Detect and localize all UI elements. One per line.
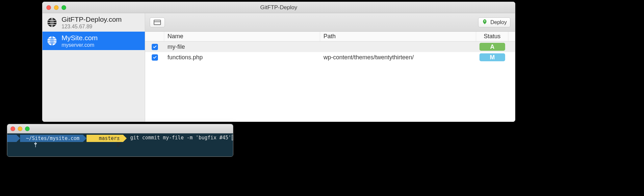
window-body: GitFTP-Deploy.com 123.45.67.89 MySite.co…: [42, 13, 515, 122]
cell-name: functions.php: [164, 52, 320, 63]
minimize-icon[interactable]: [54, 5, 59, 10]
view-mode-button[interactable]: [150, 17, 165, 27]
deploy-button[interactable]: Deploy: [478, 17, 510, 27]
titlebar[interactable]: GitFTP-Deploy: [42, 2, 515, 13]
rocket-icon: [482, 19, 488, 26]
status-badge: A: [479, 43, 505, 51]
prompt-cwd-segment: ~/Sites/mysite.com: [20, 135, 83, 142]
traffic-lights: [11, 126, 30, 131]
col-check[interactable]: [145, 32, 164, 41]
svg-point-5: [119, 143, 120, 144]
terminal-body[interactable]: ~/Sites/mysite.com master± git commit my…: [7, 133, 233, 156]
deploy-button-label: Deploy: [490, 19, 507, 25]
cursor-icon: [232, 135, 233, 140]
svg-point-4: [117, 146, 118, 147]
zoom-icon[interactable]: [25, 126, 30, 131]
terminal-window: ~/Sites/mysite.com master± git commit my…: [7, 124, 233, 157]
status-badge: M: [479, 53, 505, 61]
sidebar-item-gitftp[interactable]: GitFTP-Deploy.com 123.45.67.89: [42, 13, 145, 32]
globe-icon: [46, 35, 58, 46]
cross-icon: [10, 136, 14, 141]
globe-icon: [46, 17, 58, 28]
sidebar-item-subtitle: myserver.com: [62, 42, 98, 48]
svg-point-2: [484, 20, 485, 21]
prompt-cwd: ~/Sites/mysite.com: [26, 135, 80, 141]
col-path[interactable]: Path: [320, 32, 476, 41]
window-icon: [154, 20, 161, 25]
main-panel: Deploy Name Path Status: [145, 13, 515, 122]
terminal-command: git commit my-file -m 'bugfix #45': [130, 135, 231, 141]
zoom-icon[interactable]: [62, 5, 66, 10]
prompt-host-segment: [7, 135, 16, 142]
sidebar-item-label: MySite.com: [62, 34, 98, 42]
terminal-titlebar[interactable]: [7, 124, 233, 133]
row-checkbox[interactable]: [152, 44, 158, 50]
col-status[interactable]: Status: [476, 32, 508, 41]
app-window: GitFTP-Deploy GitFTP-Deploy.com 123.45.6…: [42, 2, 515, 122]
file-table: Name Path Status my-file A: [145, 32, 515, 122]
col-spacer: [508, 32, 515, 41]
col-name[interactable]: Name: [164, 32, 320, 41]
traffic-lights: [46, 5, 66, 10]
sidebar: GitFTP-Deploy.com 123.45.67.89 MySite.co…: [42, 13, 145, 122]
row-checkbox[interactable]: [152, 54, 158, 61]
prompt-branch: master±: [99, 135, 120, 141]
sidebar-item-mysite[interactable]: MySite.com myserver.com: [42, 32, 145, 50]
toolbar: Deploy: [145, 13, 515, 32]
sidebar-item-subtitle: 123.45.67.89: [62, 24, 122, 30]
sidebar-item-label: GitFTP-Deploy.com: [62, 15, 122, 23]
svg-point-3: [117, 142, 118, 144]
cell-path: wp-content/themes/twentythirteen/: [320, 52, 476, 63]
prompt-branch-segment: master±: [87, 135, 123, 142]
table-row[interactable]: functions.php wp-content/themes/twentyth…: [145, 52, 515, 63]
cell-name: my-file: [164, 42, 320, 52]
close-icon[interactable]: [46, 5, 51, 10]
close-icon[interactable]: [11, 126, 15, 131]
table-header: Name Path Status: [145, 32, 515, 42]
minimize-icon[interactable]: [18, 126, 22, 131]
cell-path: [320, 42, 476, 52]
window-title: GitFTP-Deploy: [42, 4, 515, 11]
branch-icon: [93, 136, 97, 141]
table-row[interactable]: my-file A: [145, 42, 515, 52]
